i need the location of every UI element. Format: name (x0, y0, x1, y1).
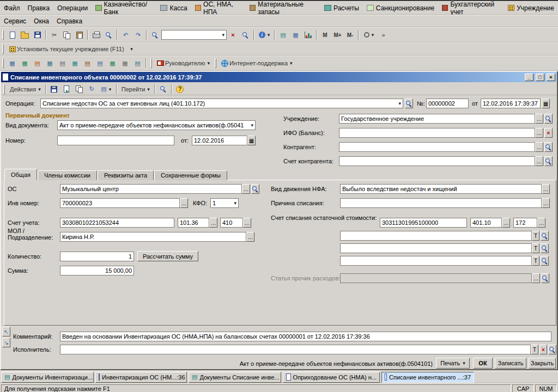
subconto3-open-button[interactable] (541, 256, 549, 266)
record-button[interactable] (48, 84, 60, 95)
tab-commission-members[interactable]: Члены комиссии (38, 170, 97, 180)
new-document-button[interactable] (6, 29, 19, 40)
table-document-button[interactable]: ▤ (277, 29, 289, 40)
help-button[interactable]: ? (174, 84, 186, 95)
panel-button-7[interactable]: ▤ (81, 58, 94, 69)
find-button[interactable] (149, 29, 161, 40)
panel-button-8[interactable]: ▤ (94, 58, 106, 69)
primary-doc-number-field[interactable] (57, 136, 174, 145)
mol-field[interactable]: Кирина Н.Р. (60, 232, 246, 242)
find-next-button[interactable] (239, 29, 252, 40)
cp-account-open-button[interactable] (544, 156, 553, 166)
account-code-field[interactable]: 30308010221053244 (60, 218, 174, 228)
taskbar-item-inventory-documents[interactable]: ▤Документы Инвентаризаци... (1, 372, 94, 383)
kfo-combobox[interactable]: 1▾ (210, 198, 239, 208)
movement-type-select-button[interactable]: … (542, 184, 550, 194)
panel-button-5[interactable]: ▤ (56, 58, 69, 69)
tab-general[interactable]: Общая (4, 169, 37, 180)
institution-field[interactable]: Государственное учреждение (339, 114, 535, 124)
subconto3-field[interactable] (340, 256, 532, 266)
os-field[interactable]: Музыкальный центр (60, 184, 242, 194)
chevron-down-icon[interactable]: ▾ (251, 122, 253, 128)
sum-field[interactable]: 15 000,00 (60, 266, 134, 275)
document-number-field[interactable]: 00000002 (426, 99, 469, 108)
account-select-button[interactable]: … (209, 218, 217, 228)
inv-number-field[interactable]: 700000023 (60, 198, 180, 208)
cut-button[interactable]: ✂ (48, 29, 60, 40)
taskbar-item-writeoff-doc-active[interactable]: Списание инвентарного ...:37 (381, 372, 474, 383)
os-select-button[interactable]: … (242, 184, 250, 194)
cp-account-select-button[interactable]: … (535, 156, 543, 166)
comment-field[interactable]: Введен на основании Инвентаризация ОС (Н… (60, 332, 551, 341)
taskbar-item-capitalization-doc[interactable]: Оприходование ОС (НМА) н... (283, 372, 380, 383)
quantity-field[interactable]: 1 (60, 252, 134, 261)
undo-button[interactable]: ↶ (119, 29, 132, 40)
subconto1-field[interactable] (340, 231, 532, 241)
menu-edit[interactable]: Правка (24, 2, 54, 14)
set-institution-button[interactable]: Установить текущее учреждение (F11) (6, 44, 128, 54)
ok-button[interactable]: ОК (473, 358, 493, 369)
copy-button[interactable] (60, 29, 73, 40)
calc-memory-plus-button[interactable]: M+ (331, 29, 344, 40)
chevron-down-icon[interactable]: ▾ (234, 200, 236, 206)
close-button-footer[interactable]: Закрыть (529, 358, 556, 369)
executor-text-button[interactable]: Т (531, 345, 538, 354)
panel-button-9[interactable]: ▦ (106, 58, 119, 69)
other-expenses-open-button[interactable] (541, 273, 549, 283)
post-document-button[interactable] (60, 84, 73, 95)
institution-open-button[interactable] (544, 114, 553, 124)
panel-button-1[interactable]: ▦ (6, 58, 19, 69)
writeoff-account-field[interactable]: 401.10 (470, 218, 502, 228)
movement-type-field[interactable]: Выбыло вследствие недостач и хищений (340, 184, 542, 194)
panel-button-10[interactable]: ▦ (119, 58, 131, 69)
minimize-button[interactable]: _ (525, 74, 533, 81)
menu-operations[interactable]: Операции (53, 2, 92, 14)
counterparty-open-button[interactable] (544, 142, 553, 152)
print-button[interactable] (90, 29, 102, 40)
doc-date-calendar-button[interactable]: ▦ (247, 136, 256, 145)
panel-button-4[interactable]: ▦ (44, 58, 56, 69)
tab-act-details[interactable]: Реквизиты акта (98, 170, 154, 180)
toolbar-overflow-button[interactable]: » (377, 29, 390, 40)
restore-button[interactable]: □ (536, 74, 544, 81)
executor-open-button[interactable] (548, 345, 556, 354)
print-button-footer[interactable]: Печать▾ (436, 358, 470, 369)
toolbar-grip[interactable] (2, 30, 4, 40)
doc-type-combobox[interactable]: Акт о приеме-передаче объектов нефинансо… (57, 120, 256, 130)
panel-button-11[interactable]: ▤ (131, 58, 144, 69)
calc-memory-button[interactable]: M (319, 29, 331, 40)
clear-search-button[interactable]: × (227, 29, 239, 40)
print-preview-button[interactable] (102, 29, 115, 40)
goto-button[interactable]: Перейти ▾ (119, 84, 153, 95)
ifo-clear-button[interactable]: × (544, 128, 553, 138)
operation-field[interactable]: Списание недостач ОС за счет виновных ли… (40, 99, 403, 108)
panel-button-6[interactable]: ▦ (69, 58, 81, 69)
search-combobox[interactable]: ▾ (161, 30, 227, 40)
paste-button[interactable] (73, 29, 86, 40)
reread-button[interactable]: ↻ (86, 84, 98, 95)
related-documents-button[interactable] (157, 84, 169, 95)
subaccount-field[interactable]: 410 (220, 218, 243, 228)
document-datetime-field[interactable]: 12.02.2016 17:39:37 (481, 99, 541, 108)
executor-clear-button[interactable]: × (539, 345, 547, 354)
spreadsheet-button[interactable]: ▦ (289, 29, 302, 40)
os-open-button[interactable] (251, 184, 259, 194)
document-titlebar[interactable]: Списание инвентарного объекта 00000002 о… (1, 72, 557, 82)
calc-memory-minus-button[interactable]: M- (344, 29, 356, 40)
menu-windows[interactable]: Окна (30, 15, 53, 27)
panel-button-2[interactable]: ▦ (19, 58, 31, 69)
chevron-down-icon[interactable]: ▾ (398, 101, 401, 106)
inv-number-select-button[interactable]: … (180, 198, 188, 208)
subconto1-open-button[interactable] (541, 231, 549, 241)
subconto2-text-button[interactable]: Т (532, 243, 539, 253)
primary-doc-date-field[interactable]: 12.02.2016 (192, 136, 247, 145)
institution-select-button[interactable]: … (535, 114, 543, 124)
chart-button[interactable] (302, 29, 314, 40)
taskbar-item-writeoff-documents[interactable]: ▤Документы Списание инве... (189, 372, 281, 383)
calculate-sum-button[interactable]: Рассчитать сумму (137, 251, 198, 261)
subconto2-open-button[interactable] (541, 243, 549, 253)
save-button-footer[interactable]: Записать (495, 358, 526, 369)
menu-service[interactable]: Сервис (0, 15, 30, 27)
operation-open-button[interactable] (405, 99, 413, 108)
copy-document-button[interactable] (73, 84, 86, 95)
